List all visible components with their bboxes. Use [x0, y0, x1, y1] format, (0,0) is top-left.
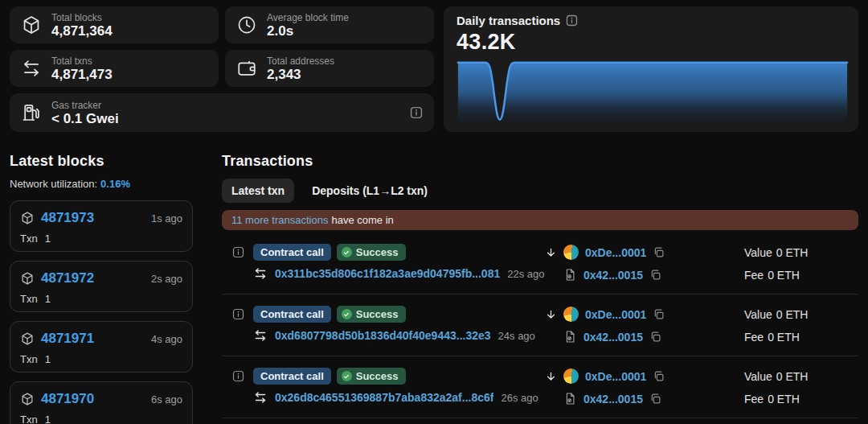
tx-info-icon[interactable]: [232, 246, 244, 258]
block-card: 4871971 4s ago Txn1: [10, 321, 193, 373]
transaction-row: Contract call Success 0x26d8c46551369887…: [222, 356, 858, 418]
gas-tracker-card: Gas tracker < 0.1 Gwei: [10, 93, 434, 132]
transaction-row: Contract call Success 0x311bc35d806c1f18…: [222, 233, 858, 294]
transactions-title: Transactions: [222, 153, 858, 170]
transfers-icon: [21, 58, 42, 79]
block-txn-count: Txn1: [20, 353, 182, 365]
transaction-row: Contract call Success 0xd6807798d50b1836…: [222, 294, 858, 356]
arrow-down-icon: [545, 370, 557, 383]
tab-deposits[interactable]: Deposits (L1→L2 txn): [302, 179, 437, 203]
block-age: 1s ago: [151, 212, 182, 224]
to-address-link[interactable]: 0x42...0015: [583, 269, 643, 282]
transactions-panel: Transactions Latest txn Deposits (L1→L2 …: [222, 153, 858, 424]
network-utilization-value: 0.16%: [100, 178, 130, 190]
tx-hash-link[interactable]: 0x26d8c46551369887b7aba832a2af...8c6f: [275, 391, 493, 404]
to-address-link[interactable]: 0x42...0015: [583, 331, 643, 344]
tx-type-badge: Contract call: [253, 244, 331, 261]
daily-transactions-chart: [457, 60, 849, 126]
cube-icon: [21, 14, 42, 35]
tx-age: 22s ago: [507, 268, 544, 280]
tx-type-badge: Contract call: [253, 306, 331, 323]
block-number-link[interactable]: 4871973: [41, 210, 94, 226]
stat-card-total-txns: Total txns 4,871,473: [10, 50, 219, 87]
stat-value: 2.0s: [267, 23, 349, 39]
stats-column: Total blocks 4,871,364 Average block tim…: [10, 6, 434, 132]
network-utilization-label: Network utilization:: [10, 178, 97, 190]
arrow-down-icon: [545, 308, 557, 321]
main-section: Latest blocks Network utilization:0.16% …: [10, 153, 858, 424]
top-stats-section: Total blocks 4,871,364 Average block tim…: [10, 6, 858, 132]
block-card: 4871970 6s ago Txn1: [10, 381, 193, 424]
gas-info-icon[interactable]: [410, 106, 423, 119]
address-avatar: [563, 245, 579, 260]
new-transactions-banner: 11 more transactions have come in: [222, 210, 858, 230]
copy-icon[interactable]: [653, 370, 665, 382]
stat-label: Average block time: [267, 12, 349, 23]
explorer-dashboard: Total blocks 4,871,364 Average block tim…: [0, 0, 868, 424]
transfer-icon: [253, 328, 268, 343]
network-utilization: Network utilization:0.16%: [10, 178, 193, 190]
wallet-icon: [236, 58, 257, 79]
contract-icon: [563, 268, 577, 282]
latest-blocks-title: Latest blocks: [10, 153, 193, 170]
tx-age: 26s ago: [501, 392, 538, 404]
daily-transactions-card: Daily transactions 43.2K: [444, 6, 858, 132]
stat-label: Total txns: [51, 56, 113, 67]
tx-value-fee: Value0 ETH Fee0 ETH: [744, 244, 858, 283]
from-address-link[interactable]: 0xDe...0001: [585, 370, 646, 383]
copy-icon[interactable]: [649, 269, 661, 281]
tx-age: 24s ago: [498, 330, 535, 342]
tx-info-icon[interactable]: [232, 370, 244, 382]
stat-value: < 0.1 Gwei: [51, 111, 119, 126]
stat-label: Gas tracker: [51, 100, 119, 111]
chart-current-value: 43.2K: [457, 30, 850, 55]
tx-info-icon[interactable]: [232, 308, 244, 320]
tx-hash-link[interactable]: 0xd6807798d50b1836d40f40e9443...32e3: [275, 329, 491, 342]
stats-grid: Total blocks 4,871,364 Average block tim…: [10, 6, 434, 87]
stat-label: Total blocks: [51, 12, 113, 23]
address-avatar: [563, 368, 579, 384]
transfer-icon: [253, 266, 268, 281]
cube-icon: [20, 331, 35, 346]
block-txn-count: Txn1: [20, 233, 182, 245]
block-age: 4s ago: [151, 333, 182, 345]
copy-icon[interactable]: [653, 246, 665, 258]
copy-icon[interactable]: [649, 331, 661, 343]
cube-icon: [20, 392, 35, 406]
tx-status-badge: Success: [337, 306, 406, 323]
copy-icon[interactable]: [653, 308, 665, 320]
contract-icon: [563, 392, 577, 405]
arrow-down-icon: [545, 246, 557, 259]
block-number-link[interactable]: 4871971: [41, 331, 94, 347]
stat-value: 2,343: [267, 67, 334, 82]
stat-card-total-blocks: Total blocks 4,871,364: [10, 6, 219, 43]
cube-icon: [20, 271, 35, 286]
copy-icon[interactable]: [649, 393, 661, 405]
latest-blocks-panel: Latest blocks Network utilization:0.16% …: [10, 153, 193, 424]
block-number-link[interactable]: 4871972: [41, 270, 94, 286]
chart-title: Daily transactions: [457, 14, 560, 27]
to-address-link[interactable]: 0x42...0015: [583, 393, 643, 405]
new-transactions-text: have come in: [331, 214, 393, 226]
address-avatar: [563, 307, 579, 322]
block-txn-count: Txn1: [20, 414, 182, 424]
from-address-link[interactable]: 0xDe...0001: [585, 246, 646, 259]
block-number-link[interactable]: 4871970: [41, 391, 94, 407]
contract-icon: [563, 330, 577, 344]
block-list: 4871973 1s ago Txn1 4871972 2s ago Txn1: [10, 200, 193, 424]
tx-hash-link[interactable]: 0x311bc35d806c1f182a3ae9d04795fb...081: [275, 267, 500, 280]
check-icon: [342, 371, 352, 381]
stat-value: 4,871,364: [51, 23, 113, 39]
block-card: 4871972 2s ago Txn1: [10, 261, 193, 312]
tab-latest-txn[interactable]: Latest txn: [222, 179, 294, 203]
cube-icon: [20, 211, 35, 225]
new-transactions-link[interactable]: 11 more transactions: [231, 214, 328, 226]
check-icon: [342, 247, 352, 257]
from-address-link[interactable]: 0xDe...0001: [585, 308, 646, 321]
block-age: 2s ago: [151, 273, 182, 285]
chart-info-icon[interactable]: [566, 14, 578, 27]
block-txn-count: Txn1: [20, 293, 182, 305]
stat-value: 4,871,473: [51, 67, 113, 82]
transactions-tabs: Latest txn Deposits (L1→L2 txn): [222, 179, 858, 203]
transfer-icon: [253, 390, 268, 405]
